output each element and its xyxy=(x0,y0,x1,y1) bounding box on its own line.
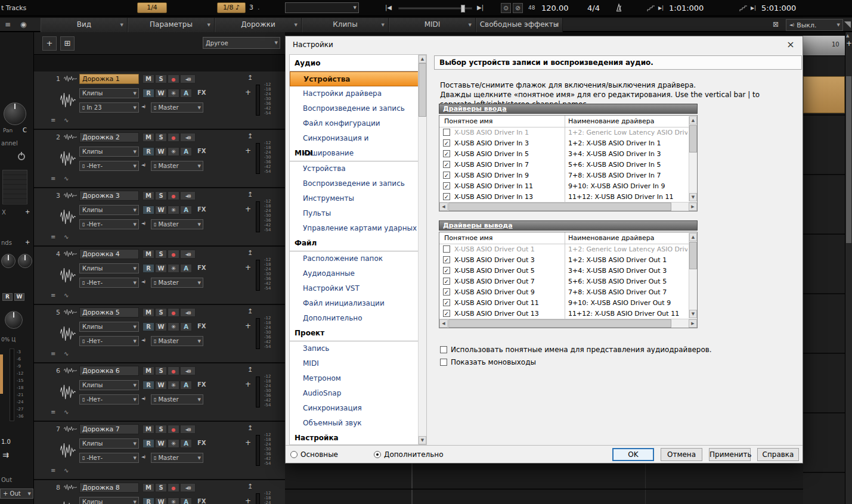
read-automation-button[interactable]: R xyxy=(142,322,154,331)
settings-nav-item[interactable]: Воспроизведение и запись xyxy=(290,176,419,191)
eject-icon[interactable]: ↥ xyxy=(247,74,253,82)
scroll-left-icon[interactable]: ◀ xyxy=(439,319,448,328)
fx-bypass-button[interactable]: ✳ xyxy=(168,381,179,390)
goto-icon[interactable]: ▶| xyxy=(658,5,664,11)
track-name[interactable]: Дорожка 2 xyxy=(79,132,139,142)
fit-tracks-label[interactable]: t Tracks xyxy=(1,4,26,12)
add-fx-icon[interactable]: + xyxy=(245,497,251,504)
mute-button[interactable]: M xyxy=(142,366,154,375)
track-strip[interactable]: 6 Дорожка 6 M S ● ◄))) ↥ Клипы▼ R W ✳ A … xyxy=(34,363,285,422)
output-selector[interactable]: + Out▼ xyxy=(0,489,33,499)
lanes-icon[interactable]: ≡ xyxy=(51,350,55,357)
settings-nav-item[interactable]: Запись xyxy=(290,341,419,356)
mute-button[interactable]: M xyxy=(142,250,154,259)
driver-checkbox[interactable]: ✓ xyxy=(443,256,450,263)
output-dropdown[interactable]: ▯Master▼ xyxy=(151,394,203,405)
time-display-primary[interactable]: 1:01:000 xyxy=(669,4,704,13)
scroll-down-icon[interactable]: ▼ xyxy=(689,310,697,318)
write-automation-button[interactable]: W xyxy=(14,293,24,301)
time-display-secondary[interactable]: 5:01:000 xyxy=(761,4,796,13)
archive-button[interactable]: A xyxy=(180,322,192,331)
solo-button[interactable]: S xyxy=(155,133,167,142)
settings-nav-item[interactable]: Файл инициализации xyxy=(290,296,419,311)
input-dropdown[interactable]: ▯-Нет-▼ xyxy=(79,219,139,229)
output-dropdown[interactable]: ▯Master▼ xyxy=(151,161,203,171)
settings-nav-item[interactable]: Метроном xyxy=(290,371,419,386)
fx-bypass-button[interactable]: ✳ xyxy=(168,322,179,331)
settings-nav-item[interactable]: Файл конфигурации xyxy=(290,116,419,131)
settings-nav-item[interactable]: AudioSnap xyxy=(290,386,419,401)
driver-row[interactable]: ✓ X-USB ASIO Driver In 3 1+2: X-USB ASIO… xyxy=(439,138,689,149)
driver-checkbox[interactable]: ✓ xyxy=(443,278,450,285)
mute-button[interactable]: M xyxy=(142,425,154,434)
clips-dropdown[interactable]: Клипы▼ xyxy=(79,380,139,390)
fx-bypass-button[interactable]: ✳ xyxy=(168,439,179,448)
mute-button[interactable]: M xyxy=(142,74,154,83)
ok-button[interactable]: OK xyxy=(612,448,654,461)
record-arm-button[interactable]: ● xyxy=(168,74,179,83)
track-strip[interactable]: 4 Дорожка 4 M S ● ◄))) ↥ Клипы▼ R W ✳ A … xyxy=(34,247,285,305)
clips-dropdown[interactable]: Клипы▼ xyxy=(79,497,139,504)
eject-icon[interactable]: ↥ xyxy=(247,366,253,374)
settings-nav-item[interactable]: Настройки VST xyxy=(290,281,419,296)
add-send-icon[interactable]: + xyxy=(25,239,30,245)
input-dropdown[interactable]: ▯-Нет-▼ xyxy=(79,394,139,405)
menu-item[interactable]: MIDI ▼ xyxy=(389,18,476,32)
scroll-down-icon[interactable]: ▼ xyxy=(689,193,697,201)
driver-row[interactable]: X-USB ASIO Driver In 1 1+2: Generic Low … xyxy=(439,127,689,138)
driver-checkbox[interactable] xyxy=(443,129,450,136)
input-dropdown[interactable]: ▯In 23▼ xyxy=(79,102,139,113)
scroll-up-icon[interactable]: ▲ xyxy=(419,55,426,63)
fx-bypass-button[interactable]: ✳ xyxy=(168,206,179,214)
scrollbar-thumb[interactable] xyxy=(448,203,671,211)
driver-row[interactable]: ✓ X-USB ASIO Driver In 5 3+4: X-USB ASIO… xyxy=(439,149,689,160)
advanced-radio[interactable]: Дополнительно xyxy=(374,450,444,459)
record-arm-button[interactable]: ● xyxy=(168,366,179,375)
record-arm-button[interactable]: ● xyxy=(168,308,179,317)
add-fx-icon[interactable]: + xyxy=(245,438,251,447)
driver-row[interactable]: ✓ X-USB ASIO Driver Out 9 7+8: X-USB ASI… xyxy=(439,287,689,298)
mute-button[interactable]: M xyxy=(142,133,154,142)
add-fx-icon[interactable]: + xyxy=(245,380,251,388)
read-automation-button[interactable]: R xyxy=(142,439,154,448)
help-button[interactable]: Справка xyxy=(757,448,799,461)
input-echo-button[interactable]: ◄))) xyxy=(180,308,196,317)
lanes-icon[interactable]: ≡ xyxy=(51,467,55,474)
nav-scrollbar[interactable]: ▲ ▼ xyxy=(418,55,426,444)
read-automation-button[interactable]: R xyxy=(142,381,154,390)
add-track-button[interactable]: + xyxy=(42,36,57,51)
track-strip[interactable]: 3 Дорожка 3 M S ● ◄))) ↥ Клипы▼ R W ✳ A … xyxy=(34,188,285,247)
eject-icon[interactable]: ↥ xyxy=(247,191,253,198)
scroll-up-icon[interactable]: ▲ xyxy=(846,33,849,38)
fx-bypass-button[interactable]: ✳ xyxy=(168,147,179,156)
matrix-icon[interactable]: ⊠ xyxy=(773,20,779,29)
cancel-button[interactable]: Отмена xyxy=(661,448,702,461)
eject-icon[interactable]: ↥ xyxy=(247,483,253,490)
output-monitor-dropdown[interactable]: ◄) Выкл. ▼ xyxy=(786,19,843,31)
driver-row[interactable]: ✓ X-USB ASIO Driver Out 5 3+4: X-USB ASI… xyxy=(439,266,689,276)
fx-bypass-button[interactable]: ✳ xyxy=(168,89,179,98)
record-arm-button[interactable]: ● xyxy=(168,191,179,200)
envelope-icon[interactable]: ∿ xyxy=(64,117,69,123)
menu-item[interactable]: Дорожки ▼ xyxy=(215,18,302,32)
scroll-up-icon[interactable]: ▲ xyxy=(689,233,697,241)
driver-row[interactable]: X-USB ASIO Driver Out 1 1+2: Generic Low… xyxy=(439,244,689,255)
write-automation-button[interactable]: W xyxy=(155,439,167,448)
record-arm-button[interactable]: ● xyxy=(168,425,179,434)
settings-nav-item[interactable]: Синхронизация и кэширование xyxy=(290,131,419,146)
settings-nav-item[interactable]: Устройства xyxy=(290,161,419,176)
snap-preset-dropdown[interactable]: ▼ xyxy=(285,2,359,13)
tempo-display[interactable]: 120.00 xyxy=(541,4,569,13)
table-horizontal-scrollbar[interactable]: ◀ ▶ xyxy=(439,319,697,328)
table-vertical-scrollbar[interactable]: ▲ ▼ xyxy=(689,116,697,201)
add-fx-icon[interactable]: + xyxy=(245,147,251,155)
settings-nav-item[interactable]: Дополнительно xyxy=(290,311,419,326)
scroll-right-icon[interactable]: ▶ xyxy=(689,319,697,328)
solo-button[interactable]: S xyxy=(155,191,167,200)
clips-lane-area[interactable] xyxy=(803,56,845,504)
read-automation-button[interactable]: R xyxy=(2,293,13,301)
driver-checkbox[interactable]: ✓ xyxy=(443,267,450,274)
checkbox-icon[interactable] xyxy=(440,359,447,366)
output-dropdown[interactable]: ▯Master▼ xyxy=(151,102,203,113)
radio-icon[interactable] xyxy=(290,451,298,458)
